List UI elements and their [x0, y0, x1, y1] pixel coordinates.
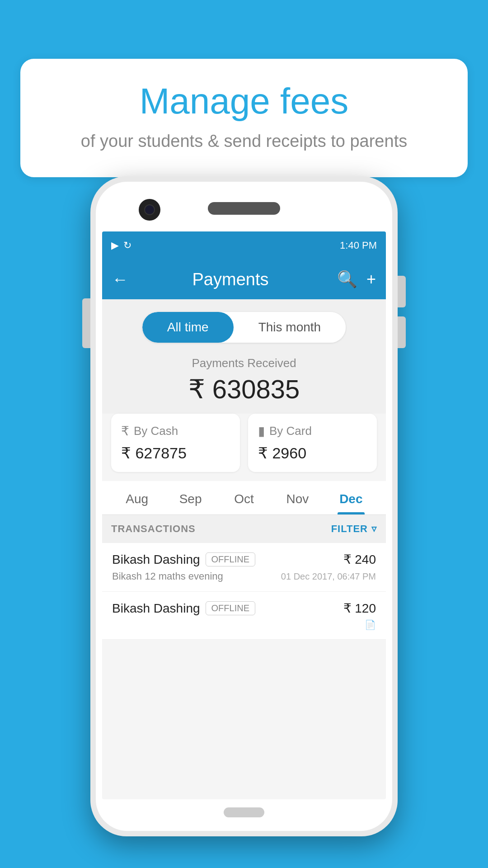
toggle-btn-group: All time This month — [142, 312, 346, 343]
toggle-wrap: All time This month — [102, 299, 386, 352]
tab-oct[interactable]: Oct — [217, 481, 271, 514]
app-bar: ← Payments 🔍 + — [102, 259, 386, 299]
filter-label: FILTER — [331, 523, 368, 535]
by-cash-header: ₹ By Cash — [121, 424, 230, 439]
payment-cards: ₹ By Cash ₹ 627875 ▮ By Card ₹ 2960 — [102, 414, 386, 481]
trans-amount-1: ₹ 240 — [343, 552, 376, 567]
add-button[interactable]: + — [366, 270, 376, 289]
trans-amount-2: ₹ 120 — [343, 601, 376, 616]
screen: ▶ ↻ 1:40 PM ← Payments 🔍 + All time — [102, 231, 386, 799]
trans-row-2-top: Bikash Dashing OFFLINE ₹ 120 — [112, 601, 376, 616]
search-button[interactable]: 🔍 — [337, 270, 357, 289]
tab-nov[interactable]: Nov — [271, 481, 324, 514]
volume-down-button — [398, 316, 406, 348]
by-card-amount: ₹ 2960 — [258, 444, 367, 462]
trans-row-1-bottom: Bikash 12 maths evening 01 Dec 2017, 06:… — [112, 571, 376, 582]
by-card-label: By Card — [269, 424, 312, 438]
transaction-row-2: Bikash Dashing OFFLINE ₹ 120 📄 — [102, 592, 386, 640]
by-card-header: ▮ By Card — [258, 424, 367, 439]
by-cash-card: ₹ By Cash ₹ 627875 — [111, 414, 240, 472]
payments-label: Payments Received — [102, 356, 386, 370]
payments-received: Payments Received ₹ 630835 — [102, 352, 386, 414]
trans-sub-1: Bikash 12 maths evening — [112, 571, 223, 582]
tab-dec[interactable]: Dec — [324, 481, 378, 514]
status-time: 1:40 PM — [340, 240, 377, 251]
month-tabs: Aug Sep Oct Nov Dec — [102, 481, 386, 515]
payments-amount: ₹ 630835 — [102, 374, 386, 405]
trans-doc-icon: 📄 — [365, 619, 376, 630]
bubble-subtitle: of your students & send receipts to pare… — [47, 130, 441, 152]
transactions-label: TRANSACTIONS — [111, 523, 196, 535]
trans-name-1: Bikash Dashing — [112, 552, 200, 567]
trans-name-2: Bikash Dashing — [112, 601, 200, 616]
speaker-icon — [208, 202, 280, 215]
camera-icon — [139, 199, 160, 221]
transaction-row-1: Bikash Dashing OFFLINE ₹ 240 Bikash 12 m… — [102, 543, 386, 592]
back-button[interactable]: ← — [112, 270, 128, 289]
trans-row-1-top: Bikash Dashing OFFLINE ₹ 240 — [112, 552, 376, 567]
by-cash-label: By Cash — [134, 424, 178, 438]
status-left-icons: ▶ ↻ — [111, 240, 131, 251]
tab-aug[interactable]: Aug — [110, 481, 164, 514]
trans-date-1: 01 Dec 2017, 06:47 PM — [281, 571, 376, 582]
tab-sep[interactable]: Sep — [164, 481, 217, 514]
cash-icon: ₹ — [121, 424, 129, 439]
volume-up-button — [398, 276, 406, 307]
this-month-button[interactable]: This month — [234, 312, 346, 343]
trans-row-2-bottom: 📄 — [112, 619, 376, 630]
trans-badge-2: OFFLINE — [206, 601, 255, 615]
phone-outer: ▶ ↻ 1:40 PM ← Payments 🔍 + All time — [90, 176, 398, 836]
by-card-card: ▮ By Card ₹ 2960 — [248, 414, 377, 472]
trans-name-wrap-2: Bikash Dashing OFFLINE — [112, 601, 255, 616]
home-button — [224, 807, 264, 817]
refresh-icon: ↻ — [123, 240, 131, 251]
transactions-header: TRANSACTIONS FILTER ▿ — [102, 515, 386, 543]
filter-button[interactable]: FILTER ▿ — [331, 523, 377, 535]
power-button — [82, 298, 90, 348]
trans-badge-1: OFFLINE — [206, 552, 255, 566]
phone-mockup: ▶ ↻ 1:40 PM ← Payments 🔍 + All time — [90, 176, 398, 836]
filter-icon: ▿ — [371, 523, 377, 535]
bubble-card: Manage fees of your students & send rece… — [20, 59, 468, 177]
status-bar: ▶ ↻ 1:40 PM — [102, 231, 386, 259]
page-title: Payments — [137, 270, 324, 289]
play-icon: ▶ — [111, 240, 119, 251]
phone-inner: ▶ ↻ 1:40 PM ← Payments 🔍 + All time — [96, 182, 392, 831]
by-cash-amount: ₹ 627875 — [121, 444, 230, 462]
trans-name-wrap-1: Bikash Dashing OFFLINE — [112, 552, 255, 567]
bubble-title: Manage fees — [47, 81, 441, 121]
all-time-button[interactable]: All time — [142, 312, 234, 343]
card-icon: ▮ — [258, 424, 265, 439]
